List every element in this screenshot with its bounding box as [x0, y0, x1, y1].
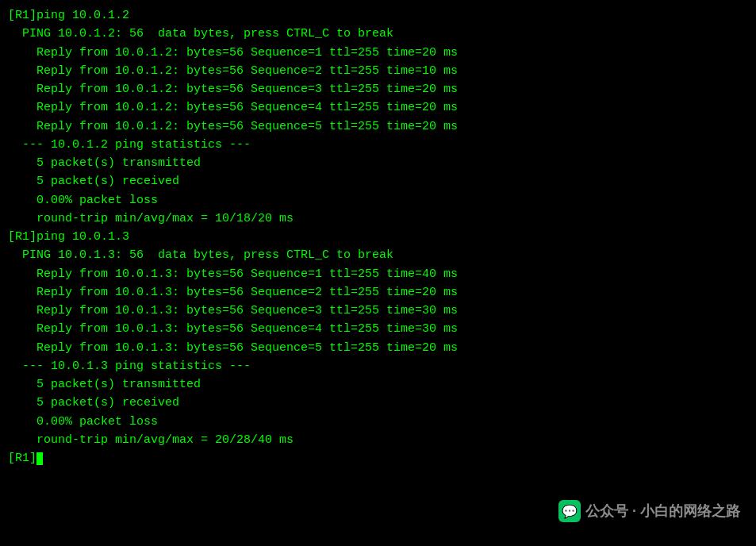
terminal-line: --- 10.0.1.3 ping statistics --- — [8, 357, 748, 375]
terminal-line: PING 10.0.1.3: 56 data bytes, press CTRL… — [8, 246, 748, 264]
terminal-line: Reply from 10.0.1.2: bytes=56 Sequence=1… — [8, 44, 748, 62]
terminal-line: Reply from 10.0.1.3: bytes=56 Sequence=1… — [8, 265, 748, 283]
terminal-line: Reply from 10.0.1.3: bytes=56 Sequence=5… — [8, 339, 748, 357]
terminal-line: round-trip min/avg/max = 10/18/20 ms — [8, 210, 748, 228]
terminal-output: [R1]ping 10.0.1.2 PING 10.0.1.2: 56 data… — [8, 6, 748, 467]
terminal-line: Reply from 10.0.1.3: bytes=56 Sequence=2… — [8, 283, 748, 302]
terminal-line: 0.00% packet loss — [8, 191, 748, 210]
watermark-icon: 💬 — [558, 500, 581, 522]
terminal-line: PING 10.0.1.2: 56 data bytes, press CTRL… — [8, 25, 748, 43]
terminal-line: 5 packet(s) transmitted — [8, 154, 748, 172]
watermark: 💬 公众号 · 小白的网络之路 — [558, 500, 740, 522]
terminal-line: [R1] — [8, 449, 748, 467]
terminal-line: 0.00% packet loss — [8, 413, 748, 431]
terminal-line: [R1]ping 10.0.1.3 — [8, 228, 748, 246]
terminal-line: --- 10.0.1.2 ping statistics --- — [8, 136, 748, 154]
terminal-line: Reply from 10.0.1.3: bytes=56 Sequence=4… — [8, 320, 748, 338]
cursor — [36, 452, 43, 465]
terminal-line: Reply from 10.0.1.2: bytes=56 Sequence=2… — [8, 62, 748, 80]
terminal-line: round-trip min/avg/max = 20/28/40 ms — [8, 431, 748, 449]
watermark-text: 公众号 · 小白的网络之路 — [585, 502, 740, 521]
terminal-line: Reply from 10.0.1.3: bytes=56 Sequence=3… — [8, 302, 748, 320]
terminal-line: Reply from 10.0.1.2: bytes=56 Sequence=5… — [8, 117, 748, 136]
terminal-line: Reply from 10.0.1.2: bytes=56 Sequence=3… — [8, 80, 748, 98]
terminal-line: 5 packet(s) transmitted — [8, 375, 748, 394]
terminal-line: 5 packet(s) received — [8, 394, 748, 412]
terminal-line: [R1]ping 10.0.1.2 — [8, 6, 748, 25]
terminal-line: 5 packet(s) received — [8, 172, 748, 190]
terminal-line: Reply from 10.0.1.2: bytes=56 Sequence=4… — [8, 98, 748, 117]
